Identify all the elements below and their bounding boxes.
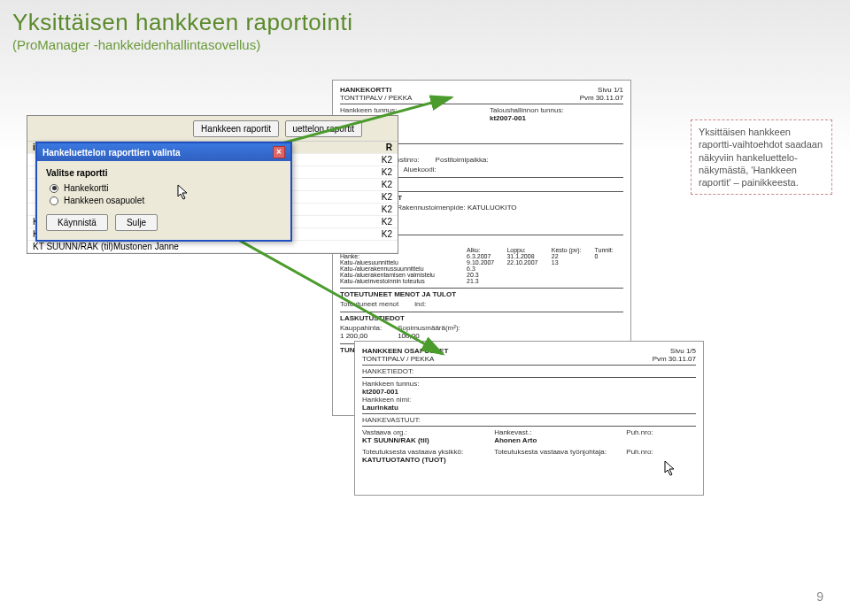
dialog-group-label: Valitse raportti — [46, 168, 282, 178]
figure-stage: HANKEKORTTI TONTTIPALV / PEKKA Sivu 1/1 … — [27, 89, 699, 513]
dialog-title: Hankeluettelon raporttien valinta — [42, 148, 181, 158]
radio-icon — [50, 184, 58, 193]
radio-osapuolet[interactable]: Hankkeen osapuolet — [50, 196, 282, 205]
list-item: KT SUUNN/RAK (til)Mustonen Janne — [27, 241, 398, 253]
cursor-icon — [664, 460, 676, 476]
app-toolbar: Hankkeen raportit uettelon raportit — [27, 116, 398, 142]
card1-title: HANKEKORTTI — [340, 86, 412, 94]
card1-sub: TONTTIPALV / PEKKA — [340, 94, 412, 102]
radio-hankekortti[interactable]: Hankekortti — [50, 183, 282, 193]
page-subtitle: (ProManager -hankkeidenhallintasovellus) — [12, 37, 838, 52]
luettelon-raportit-button[interactable]: uettelon raportit — [285, 120, 363, 137]
radio-icon — [50, 196, 58, 205]
page-title: Yksittäisen hankkeen raportointi — [12, 9, 838, 36]
page-number: 9 — [816, 589, 823, 604]
callout-note: Yksittäisen hankkeen raportti-vaihtoehdo… — [691, 119, 832, 195]
close-button[interactable]: Sulje — [115, 214, 158, 231]
title-block: Yksittäisen hankkeen raportointi (ProMan… — [0, 0, 850, 56]
card2-title: HANKKEEN OSAPUOLET — [362, 347, 448, 355]
report-select-dialog: Hankeluettelon raporttien valinta × Vali… — [35, 142, 292, 242]
report-osapuolet: HANKKEEN OSAPUOLET TONTTIPALV / PEKKA Si… — [354, 341, 704, 496]
hankkeen-raportit-button[interactable]: Hankkeen raportit — [193, 120, 279, 137]
close-icon[interactable]: × — [273, 146, 285, 158]
start-button[interactable]: Käynnistä — [46, 214, 108, 231]
cursor-icon — [177, 184, 189, 200]
